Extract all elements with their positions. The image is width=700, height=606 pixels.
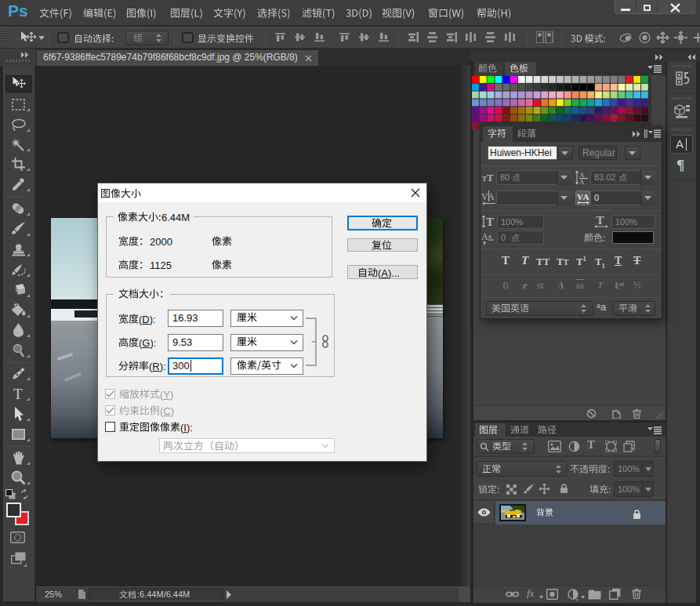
svg-text:A: A <box>583 192 589 201</box>
svg-text:A: A <box>579 178 585 185</box>
svg-text:T: T <box>597 215 604 227</box>
svg-text:T: T <box>486 216 494 228</box>
svg-text:a: a <box>488 232 491 240</box>
svg-text:A: A <box>481 231 488 242</box>
